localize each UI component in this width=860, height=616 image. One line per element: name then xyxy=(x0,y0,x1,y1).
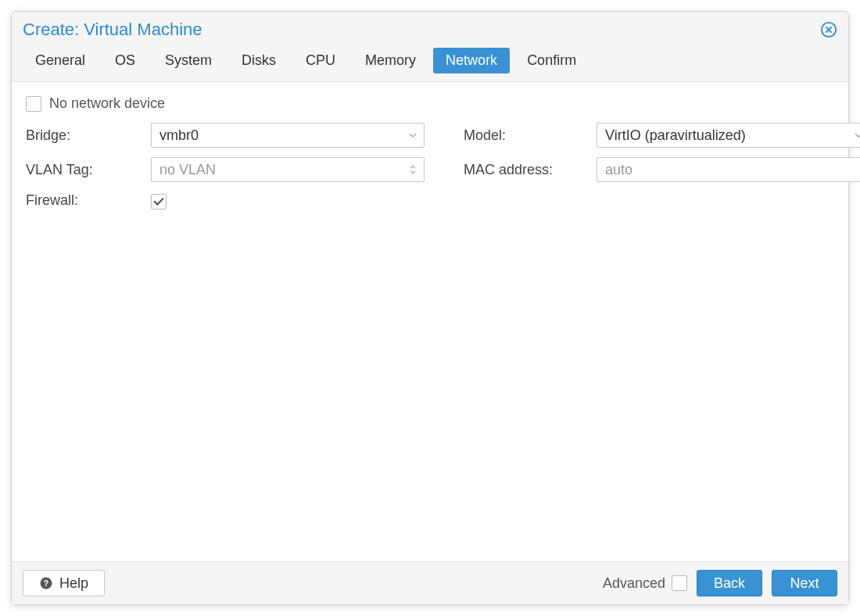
mac-input[interactable]: auto xyxy=(597,157,860,182)
tab-network[interactable]: Network xyxy=(433,48,510,73)
spinner-icon xyxy=(407,163,419,176)
vlan-input[interactable]: no VLAN xyxy=(151,157,425,182)
firewall-checkbox[interactable] xyxy=(151,194,167,210)
tabbar: General OS System Disks CPU Memory Netwo… xyxy=(12,41,848,82)
next-button[interactable]: Next xyxy=(772,570,837,596)
help-button[interactable]: ? Help xyxy=(23,570,105,596)
no-network-checkbox[interactable] xyxy=(26,96,41,112)
create-vm-dialog: Create: Virtual Machine General OS Syste… xyxy=(11,11,849,605)
advanced-label: Advanced xyxy=(603,575,665,592)
mac-placeholder: auto xyxy=(605,162,632,178)
tab-disks[interactable]: Disks xyxy=(229,48,288,73)
no-network-row: No network device xyxy=(26,95,834,112)
help-icon: ? xyxy=(39,576,53,590)
tab-os[interactable]: OS xyxy=(102,48,148,73)
back-button[interactable]: Back xyxy=(697,570,762,596)
chevron-down-icon xyxy=(852,129,860,141)
firewall-label: Firewall: xyxy=(26,192,151,209)
mac-label: MAC address: xyxy=(464,162,597,178)
model-value: VirtIO (paravirtualized) xyxy=(605,127,746,144)
content-panel: No network device Bridge: vmbr0 Model: V… xyxy=(12,82,848,561)
help-label: Help xyxy=(59,575,88,592)
tab-cpu[interactable]: CPU xyxy=(293,48,348,73)
tab-system[interactable]: System xyxy=(152,48,224,73)
tab-memory[interactable]: Memory xyxy=(353,48,428,73)
firewall-cell xyxy=(151,192,425,210)
form-grid: Bridge: vmbr0 Model: VirtIO (paravirtual… xyxy=(26,123,834,210)
model-label: Model: xyxy=(464,127,597,144)
model-select[interactable]: VirtIO (paravirtualized) xyxy=(597,123,860,148)
tab-confirm[interactable]: Confirm xyxy=(514,48,589,73)
advanced-checkbox[interactable] xyxy=(672,575,687,591)
bridge-value: vmbr0 xyxy=(159,127,199,144)
tab-general[interactable]: General xyxy=(23,48,98,73)
vlan-label: VLAN Tag: xyxy=(26,162,151,178)
bridge-select[interactable]: vmbr0 xyxy=(151,123,425,148)
close-icon[interactable] xyxy=(820,21,837,38)
vlan-placeholder: no VLAN xyxy=(159,162,216,178)
dialog-title: Create: Virtual Machine xyxy=(23,20,202,40)
svg-text:?: ? xyxy=(44,578,48,588)
advanced-toggle: Advanced xyxy=(603,575,687,592)
titlebar: Create: Virtual Machine xyxy=(12,12,848,41)
chevron-down-icon xyxy=(407,129,419,141)
bridge-label: Bridge: xyxy=(26,127,151,144)
footer: ? Help Advanced Back Next xyxy=(12,561,848,604)
no-network-label: No network device xyxy=(49,95,165,112)
